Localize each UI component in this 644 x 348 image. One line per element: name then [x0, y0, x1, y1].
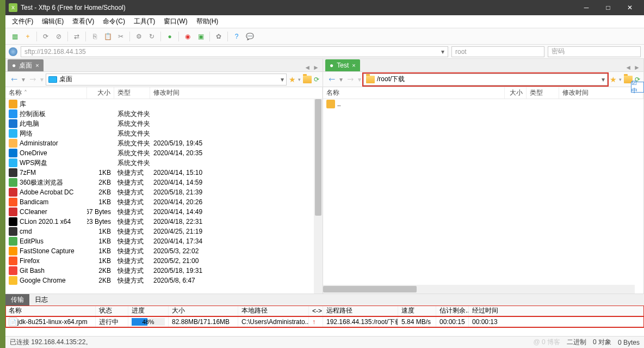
object-count: 0 对象 [593, 338, 611, 347]
list-item[interactable]: CLion 2020.1 x64723 Bytes快捷方式2020/4/18, … [5, 217, 323, 227]
app-icon: X [9, 3, 17, 12]
xshell-button[interactable]: ◉ [182, 30, 194, 42]
progress-bar: 48% [132, 318, 165, 326]
paste-button[interactable]: 📋 [102, 30, 114, 42]
copy-button[interactable]: ⎘ [89, 30, 101, 42]
tab-next-button[interactable]: ► [634, 64, 640, 71]
tab-next-button[interactable]: ► [313, 64, 319, 71]
maximize-button[interactable]: □ [597, 0, 619, 15]
list-item[interactable]: 库 [5, 99, 323, 109]
remote-pane: ● Test × ◄► 🡐▾ 🡒▾ /root/下载▾ ★▾ ⟳ 名称 大小 类… [323, 59, 644, 294]
back-button[interactable]: 🡐 [326, 74, 337, 85]
list-item[interactable]: WPS网盘系统文件夹 [5, 158, 323, 168]
close-icon[interactable]: × [35, 62, 39, 69]
list-item[interactable]: CCleaner867 Bytes快捷方式2020/4/14, 14:49 [5, 207, 323, 217]
address-row: sftp://192.168.44.135▾ root 密码 [5, 45, 644, 59]
list-item[interactable]: OneDrive系统文件夹2020/4/14, 20:35 [5, 148, 323, 158]
reconnect-button[interactable]: ⟳ [40, 30, 52, 42]
folder-icon [366, 76, 375, 83]
close-button[interactable]: ✕ [619, 0, 641, 15]
menu-item[interactable]: 文件(F) [8, 16, 38, 28]
menu-bar: 文件(F)编辑(E)查看(V)命令(C)工具(T)窗口(W)帮助(H) [5, 15, 644, 28]
list-item[interactable]: cmd1KB快捷方式2020/4/25, 21:19 [5, 227, 323, 236]
terminal-button[interactable]: ▣ [195, 30, 207, 42]
menu-item[interactable]: 查看(V) [68, 16, 98, 28]
list-item[interactable]: 360极速浏览器2KB快捷方式2020/4/14, 14:59 [5, 178, 323, 187]
list-item[interactable]: Adobe Acrobat DC2KB快捷方式2020/5/18, 21:39 [5, 187, 323, 197]
props-button[interactable]: ⚙ [133, 30, 145, 42]
back-button[interactable]: 🡐 [9, 74, 20, 85]
bookmark-icon[interactable]: ★ [289, 75, 296, 84]
title-bar: X Test - Xftp 6 (Free for Home/School) ─… [5, 0, 644, 15]
connection-status: 已连接 192.168.44.135:22。 [10, 338, 92, 347]
menu-item[interactable]: 帮助(H) [192, 16, 223, 28]
local-path-input[interactable]: 桌面▾ [46, 74, 287, 86]
list-item[interactable]: 网络系统文件夹 [5, 129, 323, 138]
cut-button[interactable]: ✂ [115, 30, 127, 42]
list-item[interactable]: .. [323, 99, 643, 109]
feedback-button[interactable]: 💬 [244, 30, 256, 42]
help-button[interactable]: ? [231, 30, 243, 42]
hscrollbar[interactable] [323, 285, 635, 294]
remote-file-list[interactable]: 名称 大小 类型 修改时间 .. [323, 87, 643, 294]
list-item[interactable]: Google Chrome2KB快捷方式2020/5/8, 6:47 [5, 276, 323, 285]
tab-prev-button[interactable]: ◄ [625, 64, 631, 71]
remote-path-input[interactable]: /root/下载▾ [363, 74, 608, 86]
local-file-list[interactable]: 名称 ˄ 大小 类型 修改时间 库控制面板系统文件夹此电脑系统文件夹网络系统文件… [5, 87, 323, 294]
username-input[interactable]: root [451, 46, 544, 57]
bottom-tabs: 传输 日志 [5, 294, 644, 306]
refresh-button[interactable]: ↻ [146, 30, 158, 42]
float-button[interactable]: ☑ 中 [631, 82, 644, 93]
menu-item[interactable]: 编辑(E) [38, 16, 68, 28]
minimize-button[interactable]: ─ [575, 0, 597, 15]
list-item[interactable]: 控制面板系统文件夹 [5, 109, 323, 119]
list-item[interactable]: EditPlus1KB快捷方式2020/4/14, 17:34 [5, 236, 323, 246]
list-item[interactable]: FastStone Capture1KB快捷方式2020/5/3, 22:02 [5, 246, 323, 256]
list-item[interactable]: Bandicam1KB快捷方式2020/4/14, 20:26 [5, 197, 323, 207]
forward-button[interactable]: 🡒 [27, 74, 38, 85]
list-item[interactable]: Administrator系统文件夹2020/5/19, 19:45 [5, 138, 323, 148]
tab-prev-button[interactable]: ◄ [304, 64, 311, 71]
upload-arrow-icon: ↑ [309, 316, 323, 327]
open-folder-icon[interactable] [303, 76, 312, 83]
new-session-button[interactable]: ▦ [9, 30, 21, 42]
local-tab[interactable]: ● 桌面 × [8, 59, 44, 71]
bookmark-icon[interactable]: ★ [610, 75, 617, 84]
view-button[interactable]: ● [164, 30, 176, 42]
vscrollbar[interactable] [314, 99, 323, 294]
log-tab[interactable]: 日志 [29, 294, 53, 306]
new-tab-button[interactable]: + [22, 30, 34, 42]
watermark: @ 0 博客 [533, 338, 560, 347]
transfer-mode: 二进制 [567, 338, 586, 347]
byte-count: 0 Bytes [618, 339, 640, 346]
list-item[interactable]: 此电脑系统文件夹 [5, 119, 323, 129]
desktop-icon [48, 76, 57, 83]
list-item[interactable]: Git Bash2KB快捷方式2020/5/18, 19:31 [5, 266, 323, 276]
toolbar: ▦ + ⟳ ⊘ ⇄ ⎘ 📋 ✂ ⚙ ↻ ● ◉ ▣ ✿ ? 💬 [5, 28, 644, 45]
password-input[interactable]: 密码 [548, 46, 641, 57]
sync-button[interactable]: ⇄ [71, 30, 83, 42]
close-icon[interactable]: × [352, 62, 355, 69]
menu-item[interactable]: 工具(T) [129, 16, 159, 28]
forward-button[interactable]: 🡒 [345, 74, 356, 85]
remote-tab[interactable]: ● Test × [325, 59, 360, 71]
window-title: Test - Xftp 6 (Free for Home/School) [21, 4, 575, 11]
refresh-icon[interactable]: ⟳ [314, 76, 319, 83]
menu-item[interactable]: 窗口(W) [159, 16, 191, 28]
address-input[interactable]: sftp://192.168.44.135▾ [21, 46, 448, 57]
status-bar: 已连接 192.168.44.135:22。 @ 0 博客 二进制 0 对象 0… [5, 336, 644, 348]
list-item[interactable]: 7zFM1KB快捷方式2020/4/14, 15:10 [5, 168, 323, 178]
menu-item[interactable]: 命令(C) [98, 16, 129, 28]
list-item[interactable]: Firefox1KB快捷方式2020/5/2, 21:00 [5, 256, 323, 266]
local-pane: ● 桌面 × ◄► 🡐▾ 🡒▾ 桌面▾ ★▾ ⟳ 名称 ˄ 大小 类型 修改时间 [5, 59, 323, 294]
transfer-row[interactable]: 📄jdk-8u251-linux-x64.rpm 进行中 48% 82.88MB… [5, 316, 644, 327]
globe-icon [9, 47, 17, 56]
disconnect-button[interactable]: ⊘ [53, 30, 65, 42]
transfer-area: 名称 状态 进度 大小 本地路径 <-> 远程路径 速度 估计剩余... 经过时… [5, 306, 644, 336]
transfer-tab[interactable]: 传输 [5, 294, 29, 306]
options-button[interactable]: ✿ [213, 30, 225, 42]
